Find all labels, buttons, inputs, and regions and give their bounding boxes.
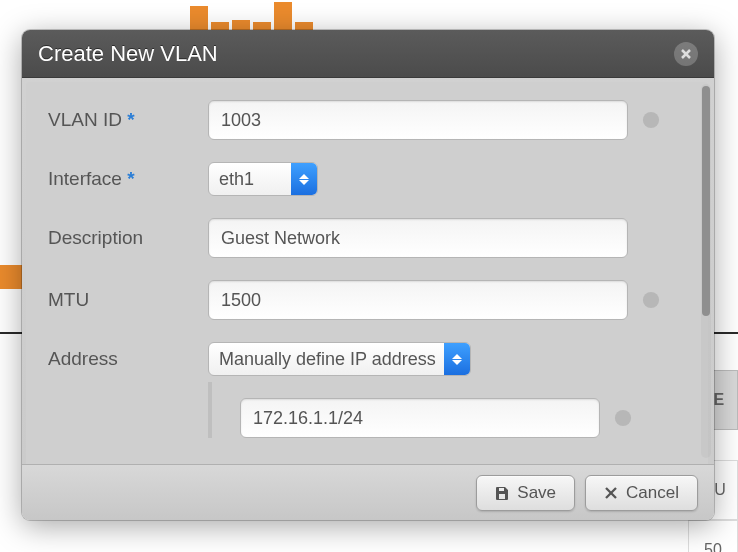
- vlan-id-input[interactable]: [208, 100, 628, 140]
- mtu-input[interactable]: [208, 280, 628, 320]
- info-icon[interactable]: [638, 111, 664, 129]
- cancel-button-label: Cancel: [626, 483, 679, 503]
- dialog-footer: Save Cancel: [22, 464, 714, 520]
- select-stepper-icon: [291, 163, 317, 195]
- close-button[interactable]: [674, 42, 698, 66]
- select-stepper-icon: [444, 343, 470, 375]
- save-button-label: Save: [517, 483, 556, 503]
- svg-point-2: [643, 112, 659, 128]
- interface-label: Interface *: [48, 168, 208, 190]
- save-button[interactable]: Save: [476, 475, 575, 511]
- address-mode-select[interactable]: Manually define IP address: [208, 342, 471, 376]
- background-table-cell: 50: [688, 520, 738, 552]
- save-icon: [495, 486, 509, 500]
- scrollbar-thumb[interactable]: [702, 86, 710, 316]
- dialog-title: Create New VLAN: [38, 41, 674, 67]
- info-icon[interactable]: [610, 409, 636, 427]
- description-input[interactable]: [208, 218, 628, 258]
- address-label: Address: [48, 348, 208, 370]
- background-orange-block: [0, 265, 22, 289]
- info-icon[interactable]: [638, 291, 664, 309]
- cancel-button[interactable]: Cancel: [585, 475, 698, 511]
- ip-address-input[interactable]: [240, 398, 600, 438]
- create-vlan-dialog: Create New VLAN VLAN ID * Interface * et…: [22, 30, 714, 520]
- description-label: Description: [48, 227, 208, 249]
- close-icon: [680, 48, 692, 60]
- dialog-titlebar: Create New VLAN: [22, 30, 714, 78]
- svg-point-3: [643, 292, 659, 308]
- dialog-scrollbar[interactable]: [701, 84, 711, 458]
- cancel-icon: [604, 486, 618, 500]
- interface-select-value: eth1: [219, 169, 254, 190]
- interface-select[interactable]: eth1: [208, 162, 318, 196]
- address-mode-value: Manually define IP address: [219, 349, 436, 370]
- svg-point-4: [615, 410, 631, 426]
- mtu-label: MTU: [48, 289, 208, 311]
- background-bar-chart: [190, 0, 350, 30]
- vlan-id-label: VLAN ID *: [48, 109, 208, 131]
